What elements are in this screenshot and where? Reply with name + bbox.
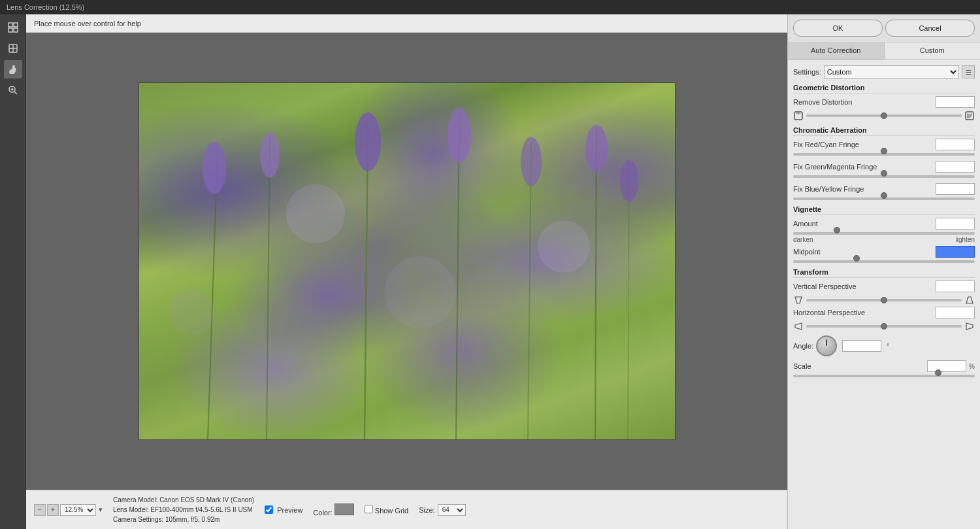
- zoom-dropdown-arrow: ▾: [99, 505, 103, 514]
- midpoint-label: Midpoint: [793, 248, 821, 256]
- scale-input[interactable]: 100: [927, 360, 966, 372]
- vertical-perspective-slider-row: [793, 295, 975, 305]
- scale-label: Scale: [793, 362, 811, 370]
- tab-custom[interactable]: Custom: [885, 43, 981, 60]
- svg-line-11: [208, 148, 218, 439]
- settings-row: Settings: Default Custom ☰: [793, 65, 975, 78]
- distortion-icon-right: [964, 111, 975, 121]
- preview-area: Preview: [265, 505, 302, 514]
- title-text: Lens Correction (12.5%): [7, 3, 84, 11]
- amount-input[interactable]: -58: [936, 218, 975, 230]
- svg-point-19: [260, 132, 280, 178]
- angle-input[interactable]: 0.00: [842, 340, 881, 352]
- camera-line3: Camera Settings: 105mm, f/5, 0.92m: [113, 515, 254, 524]
- zoom-tool-button[interactable]: [4, 81, 22, 99]
- grid-area: Show Grid: [365, 505, 408, 515]
- fix-red-cyan-slider[interactable]: [793, 153, 975, 156]
- remove-distortion-row: Remove Distortion 0.00: [793, 96, 975, 108]
- fix-red-cyan-label: Fix Red/Cyan Fringe: [793, 141, 859, 148]
- zoom-controls: − + 12.5% 25% 50% 100% ▾: [34, 504, 103, 516]
- amount-slider[interactable]: [793, 232, 975, 235]
- color-area: Color:: [313, 503, 353, 517]
- svg-marker-34: [966, 323, 973, 330]
- hp-icon-right: [964, 321, 975, 332]
- settings-select[interactable]: Default Custom: [824, 65, 959, 78]
- fix-green-magenta-label: Fix Green/Magenta Fringe: [793, 163, 877, 171]
- svg-rect-0: [8, 23, 12, 27]
- panel-header: OK Cancel: [788, 14, 980, 43]
- hand-tool-button[interactable]: [4, 60, 22, 78]
- svg-point-25: [286, 184, 345, 243]
- vertical-perspective-row: Vertical Perspective 0: [793, 281, 975, 292]
- lavender-image: [139, 83, 675, 439]
- size-area: Size: 32 64 128: [419, 504, 465, 516]
- lighten-label: lighten: [956, 236, 975, 243]
- remove-distortion-slider[interactable]: [806, 114, 962, 117]
- preview-label[interactable]: Preview: [277, 506, 302, 514]
- preview-checkbox[interactable]: [265, 505, 273, 514]
- scale-slider[interactable]: [793, 375, 975, 377]
- darken-lighten-labels: darken lighten: [793, 236, 975, 243]
- panel-content: Settings: Default Custom ☰ Geometric Dis…: [788, 60, 980, 529]
- grid-tool-button[interactable]: [4, 18, 22, 37]
- right-panel: OK Cancel Auto Correction Custom Setting…: [787, 14, 980, 529]
- vertical-perspective-slider[interactable]: [806, 299, 962, 301]
- camera-line2: Lens Model: EF100-400mm f/4.5-5.6L IS II…: [113, 505, 254, 515]
- canvas-area: [26, 33, 787, 490]
- midpoint-input[interactable]: +38: [936, 246, 975, 258]
- svg-point-22: [521, 137, 542, 186]
- settings-label: Settings:: [793, 68, 821, 76]
- fix-green-magenta-input[interactable]: 0.00: [936, 161, 975, 173]
- horizontal-perspective-label: Horizontal Perspective: [793, 309, 865, 316]
- fix-green-magenta-slider[interactable]: [793, 175, 975, 178]
- svg-point-18: [203, 142, 226, 194]
- svg-line-14: [456, 116, 459, 439]
- svg-line-8: [14, 92, 17, 94]
- svg-line-16: [595, 129, 596, 439]
- size-label: Size:: [419, 506, 434, 514]
- fix-red-cyan-input[interactable]: 0.00: [936, 139, 975, 150]
- color-label: Color:: [313, 509, 332, 517]
- horizontal-perspective-slider-row: [793, 321, 975, 332]
- cancel-button[interactable]: Cancel: [885, 20, 975, 37]
- zoom-minus-button[interactable]: −: [34, 504, 46, 516]
- amount-label: Amount: [793, 220, 818, 228]
- horizontal-perspective-slider[interactable]: [806, 325, 962, 328]
- tab-auto-correction[interactable]: Auto Correction: [788, 43, 885, 60]
- ok-button[interactable]: OK: [793, 20, 883, 37]
- midpoint-slider[interactable]: [793, 260, 975, 263]
- svg-rect-2: [8, 28, 12, 32]
- svg-point-20: [355, 112, 381, 171]
- amount-row: Amount -58: [793, 218, 975, 230]
- darken-label: darken: [793, 236, 813, 243]
- panel-tabs: Auto Correction Custom: [788, 43, 980, 60]
- camera-line1: Camera Model: Canon EOS 5D Mark IV (Cano…: [113, 495, 254, 505]
- midpoint-row: Midpoint +38: [793, 246, 975, 258]
- scale-row: Scale 100 %: [793, 360, 975, 372]
- size-select[interactable]: 32 64 128: [438, 504, 466, 516]
- angle-knob[interactable]: [816, 335, 837, 356]
- zoom-select[interactable]: 12.5% 25% 50% 100%: [60, 504, 96, 516]
- distortion-tool-button[interactable]: [4, 39, 22, 58]
- angle-unit: °: [887, 343, 889, 350]
- angle-row: Angle: 0.00 °: [793, 335, 975, 356]
- svg-marker-32: [966, 297, 973, 303]
- svg-marker-33: [795, 323, 802, 330]
- grid-label[interactable]: Show Grid: [375, 507, 408, 515]
- color-swatch[interactable]: [335, 503, 354, 515]
- scale-unit: %: [969, 363, 975, 370]
- vertical-perspective-input[interactable]: 0: [936, 281, 975, 292]
- settings-menu-button[interactable]: ☰: [962, 65, 975, 78]
- remove-distortion-input[interactable]: 0.00: [936, 96, 975, 108]
- svg-rect-1: [14, 23, 18, 27]
- svg-line-15: [528, 142, 531, 439]
- zoom-plus-button[interactable]: +: [47, 504, 59, 516]
- svg-line-12: [267, 135, 270, 439]
- fix-blue-yellow-input[interactable]: 0.00: [936, 183, 975, 195]
- grid-checkbox[interactable]: [365, 505, 373, 513]
- left-toolbar: [0, 14, 26, 529]
- svg-marker-31: [795, 297, 802, 303]
- horizontal-perspective-input[interactable]: 0: [936, 307, 975, 318]
- fix-blue-yellow-slider[interactable]: [793, 197, 975, 200]
- svg-point-26: [384, 256, 456, 328]
